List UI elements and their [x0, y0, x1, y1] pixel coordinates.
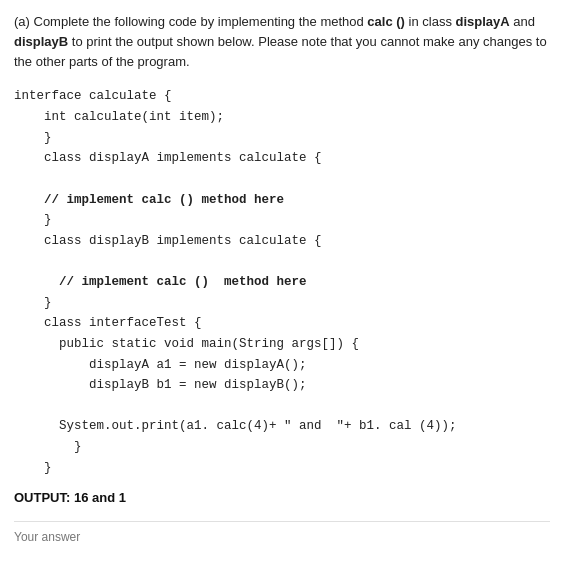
question-container: (a) Complete the following code by imple…	[14, 12, 550, 544]
output-value: 16 and 1	[74, 490, 126, 505]
answer-label-text: Your answer	[14, 530, 80, 544]
calc-bold: calc ()	[367, 14, 405, 29]
code-line-1: interface calculate { int calculate(int …	[14, 89, 457, 474]
output-line: OUTPUT: 16 and 1	[14, 490, 550, 505]
answer-area: Your answer	[14, 521, 550, 544]
code-block: interface calculate { int calculate(int …	[14, 86, 550, 478]
displayB-bold: displayB	[14, 34, 68, 49]
output-label: OUTPUT:	[14, 490, 70, 505]
question-text: (a) Complete the following code by imple…	[14, 12, 550, 72]
question-part: (a) Complete the following code by imple…	[14, 14, 547, 69]
displayA-bold: displayA	[456, 14, 510, 29]
